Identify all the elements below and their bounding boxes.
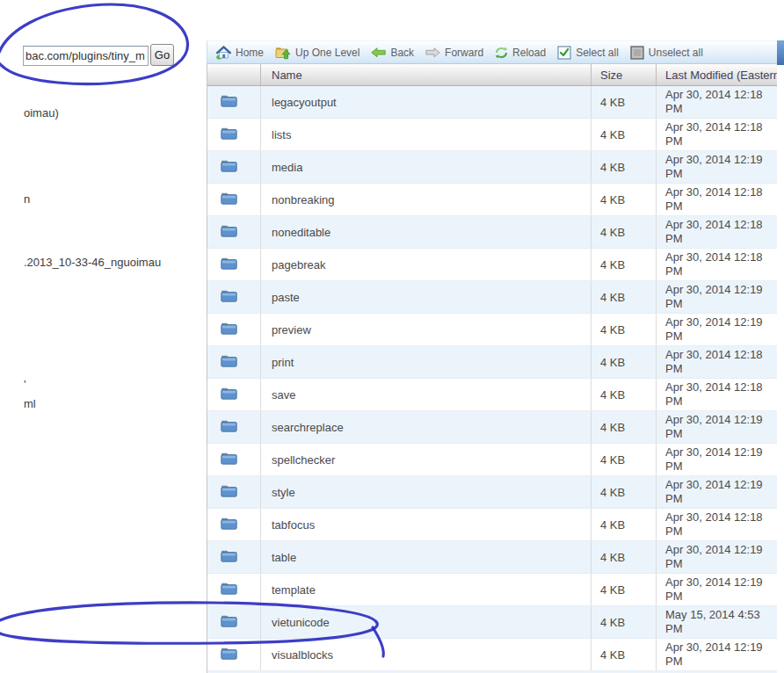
file-row[interactable]: template 4 KB Apr 30, 2014 12:19PM [207, 574, 777, 606]
file-modified: Apr 30, 2014 12:18PM [657, 249, 777, 280]
file-name: tabfocus [261, 509, 592, 540]
back-arrow-icon [371, 47, 386, 58]
file-size: 4 KB [592, 574, 657, 605]
column-header-name[interactable]: Name [261, 64, 592, 85]
file-modified: Apr 30, 2014 12:19PM [657, 476, 777, 508]
file-modified: Apr 30, 2014 12:19PM [657, 314, 777, 345]
folder-icon [221, 354, 237, 371]
clipped-text-fragment: oimau) [24, 106, 59, 119]
toolbar-up-one-level-label: Up One Level [295, 47, 359, 59]
left-pane: Go oimau) n .2013_10-33-46_nguoimau ' ml [0, 0, 207, 673]
file-row[interactable]: searchreplace 4 KB Apr 30, 2014 12:19PM [207, 411, 777, 444]
file-row[interactable]: legacyoutput 4 KB Apr 30, 2014 12:18PM [207, 86, 777, 119]
file-icon-cell [207, 574, 261, 605]
select-all-checkbox-icon [557, 46, 571, 60]
panel-scrollbar-strip[interactable] [777, 40, 784, 65]
file-size: 4 KB [592, 639, 657, 670]
toolbar-back-label: Back [390, 47, 414, 59]
file-name: style [261, 476, 592, 508]
toolbar-select-all-button[interactable]: Select all [557, 46, 619, 60]
file-name: print [261, 346, 592, 378]
file-icon-cell [207, 314, 261, 345]
toolbar-reload-button[interactable]: Reload [495, 47, 546, 59]
file-size: 4 KB [592, 119, 657, 150]
file-row[interactable]: pagebreak 4 KB Apr 30, 2014 12:18PM [207, 249, 777, 281]
toolbar-select-all-label: Select all [576, 47, 619, 59]
file-size: 4 KB [592, 184, 657, 215]
folder-icon [221, 647, 237, 663]
file-size: 4 KB [592, 86, 657, 118]
file-row[interactable]: nonbreaking 4 KB Apr 30, 2014 12:18PM [207, 184, 777, 216]
file-row[interactable]: visualblocks 4 KB Apr 30, 2014 12:19PM [207, 639, 777, 671]
file-row[interactable]: save 4 KB Apr 30, 2014 12:18PM [207, 379, 777, 411]
file-name: spellchecker [261, 444, 592, 475]
file-modified: Apr 30, 2014 12:19PM [657, 151, 777, 183]
file-name: table [261, 541, 592, 573]
toolbar-home-button[interactable]: Home [216, 46, 264, 60]
file-manager-screen: Go oimau) n .2013_10-33-46_nguoimau ' ml… [0, 0, 784, 673]
file-row[interactable]: lists 4 KB Apr 30, 2014 12:18PM [207, 119, 777, 151]
file-icon-cell [207, 86, 261, 118]
file-row[interactable]: print 4 KB Apr 30, 2014 12:18PM [207, 346, 777, 379]
file-modified: Apr 30, 2014 12:18PM [657, 379, 777, 410]
folder-icon [221, 517, 237, 533]
toolbar-forward-button[interactable]: Forward [425, 47, 483, 59]
column-header-modified[interactable]: Last Modified (Eastern D [657, 64, 777, 85]
file-name: lists [261, 119, 592, 150]
file-modified: Apr 30, 2014 12:18PM [657, 184, 777, 215]
folder-icon [221, 289, 237, 306]
go-button[interactable]: Go [150, 44, 174, 66]
file-row[interactable]: table 4 KB Apr 30, 2014 12:19PM [207, 541, 777, 574]
file-name: visualblocks [261, 639, 592, 670]
file-manager-panel: Home Up One Level Back [207, 40, 784, 673]
toolbar-forward-label: Forward [445, 47, 483, 59]
file-icon-cell [207, 216, 261, 248]
toolbar-reload-label: Reload [512, 47, 546, 59]
forward-arrow-icon [425, 47, 440, 58]
file-icon-cell [207, 639, 261, 670]
folder-icon [221, 614, 237, 631]
file-row[interactable]: paste 4 KB Apr 30, 2014 12:19PM [207, 281, 777, 314]
toolbar-up-one-level-button[interactable]: Up One Level [275, 46, 359, 60]
table-header: Name Size Last Modified (Eastern D [207, 63, 777, 86]
folder-icon [221, 159, 237, 176]
column-header-size[interactable]: Size [592, 64, 657, 85]
file-modified: Apr 30, 2014 12:18PM [657, 86, 777, 118]
file-name: media [261, 151, 592, 183]
folder-icon [221, 94, 237, 111]
file-row[interactable]: tabfocus 4 KB Apr 30, 2014 12:18PM [207, 509, 777, 541]
file-modified: Apr 30, 2014 12:18PM [657, 119, 777, 150]
toolbar-unselect-all-button[interactable]: Unselect all [630, 46, 703, 60]
file-row[interactable]: media 4 KB Apr 30, 2014 12:19PM [207, 151, 777, 184]
file-name: noneditable [261, 216, 592, 248]
clipped-text-fragment: .2013_10-33-46_nguoimau [24, 256, 161, 269]
file-icon-cell [207, 476, 261, 508]
file-modified: Apr 30, 2014 12:18PM [657, 346, 777, 378]
file-row[interactable]: spellchecker 4 KB Apr 30, 2014 12:19PM [207, 444, 777, 476]
folder-icon [221, 127, 237, 143]
file-icon-cell [207, 346, 261, 378]
file-modified: Apr 30, 2014 12:19PM [657, 281, 777, 313]
file-size: 4 KB [592, 509, 657, 540]
file-icon-cell [207, 151, 261, 183]
toolbar-unselect-all-label: Unselect all [649, 47, 703, 59]
column-header-icon[interactable] [207, 64, 261, 85]
file-icon-cell [207, 541, 261, 573]
file-icon-cell [207, 411, 261, 443]
toolbar-back-button[interactable]: Back [371, 47, 414, 59]
file-size: 4 KB [592, 281, 657, 313]
url-input[interactable] [23, 46, 149, 66]
folder-icon [221, 484, 237, 501]
folder-icon [221, 387, 237, 403]
file-row[interactable]: noneditable 4 KB Apr 30, 2014 12:18PM [207, 216, 777, 249]
file-size: 4 KB [592, 444, 657, 475]
file-row-vietunicode[interactable]: vietunicode 4 KB May 15, 2014 4:53 PM [207, 606, 777, 639]
file-name: vietunicode [261, 606, 592, 638]
file-size: 4 KB [592, 379, 657, 410]
file-row[interactable]: style 4 KB Apr 30, 2014 12:19PM [207, 476, 777, 509]
clipped-text-fragment: ' [24, 378, 25, 391]
file-modified: Apr 30, 2014 12:19PM [657, 574, 777, 605]
file-modified: May 15, 2014 4:53 PM [657, 606, 777, 638]
file-name: paste [261, 281, 592, 313]
file-row[interactable]: preview 4 KB Apr 30, 2014 12:19PM [207, 314, 777, 346]
